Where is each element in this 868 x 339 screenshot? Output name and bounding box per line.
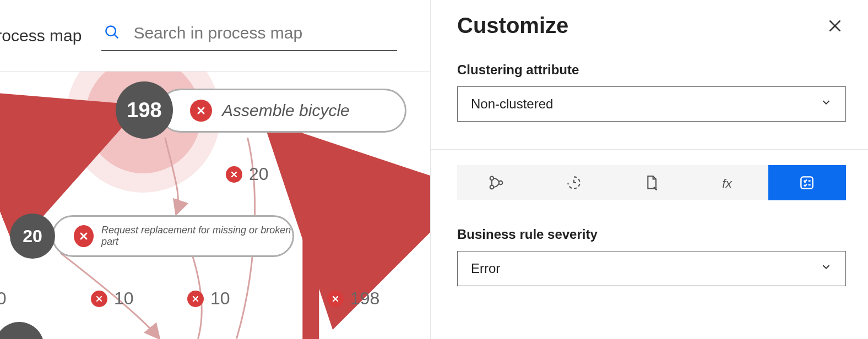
svg-text:fx: fx xyxy=(722,176,732,190)
tab-timer[interactable] xyxy=(535,165,612,200)
customize-panel: Customize Clustering attribute Non-clust… xyxy=(431,0,868,339)
error-icon xyxy=(74,225,94,247)
edge-count: 198 xyxy=(327,288,379,309)
clustering-attribute-label: Clustering attribute xyxy=(457,62,846,78)
close-button[interactable] xyxy=(824,15,846,37)
select-value: Error xyxy=(471,261,500,276)
edge-value: 10 xyxy=(210,288,230,309)
node-label: Assemble bicycle xyxy=(222,101,350,120)
node-assemble-bicycle[interactable]: Assemble bicycle xyxy=(159,89,406,133)
panel-title: Customize xyxy=(457,13,568,38)
process-map-pane: t process map xyxy=(0,0,431,339)
chevron-down-icon xyxy=(820,261,832,276)
svg-point-2 xyxy=(490,177,493,181)
error-icon xyxy=(190,100,212,122)
error-icon xyxy=(187,291,204,307)
tab-checklist[interactable] xyxy=(768,165,846,200)
tab-file[interactable] xyxy=(612,165,690,200)
svg-point-0 xyxy=(106,26,116,36)
tab-function[interactable]: fx xyxy=(691,165,768,200)
svg-rect-6 xyxy=(801,177,813,188)
edge-value: 50 xyxy=(0,288,7,309)
node-label: Request replacement for missing or broke… xyxy=(101,225,292,248)
chevron-down-icon xyxy=(820,96,832,112)
node-count-badge xyxy=(0,322,44,339)
error-icon xyxy=(327,291,344,307)
edge-count: 20 xyxy=(226,164,269,184)
process-map-canvas[interactable]: Assemble bicycle 198 Request replacement… xyxy=(0,72,430,339)
edge-value: 10 xyxy=(114,288,134,309)
svg-line-1 xyxy=(115,35,118,38)
search-input[interactable] xyxy=(133,24,395,42)
edge-count: 10 xyxy=(187,288,230,309)
divider xyxy=(431,149,868,150)
edge-value: 198 xyxy=(350,288,379,309)
node-count-badge: 198 xyxy=(116,81,173,139)
edge-count: 10 xyxy=(91,288,134,309)
clustering-attribute-select[interactable]: Non-clustered xyxy=(457,86,846,122)
business-rule-severity-label: Business rule severity xyxy=(457,227,846,242)
tab-branch[interactable] xyxy=(457,165,535,200)
edge-count: 50 xyxy=(0,288,7,309)
search-field[interactable] xyxy=(101,20,397,51)
topbar: t process map xyxy=(0,0,430,72)
node-request-replacement[interactable]: Request replacement for missing or broke… xyxy=(52,215,294,257)
error-icon xyxy=(226,166,242,183)
search-icon xyxy=(104,24,120,42)
error-icon xyxy=(91,291,107,307)
business-rule-severity-select[interactable]: Error xyxy=(457,251,846,286)
node-count-badge: 20 xyxy=(10,214,55,259)
metric-tabstrip: fx xyxy=(457,165,846,200)
breadcrumb: t process map xyxy=(0,26,82,45)
edge-value: 20 xyxy=(249,164,269,184)
svg-point-3 xyxy=(490,185,493,189)
select-value: Non-clustered xyxy=(471,96,553,112)
